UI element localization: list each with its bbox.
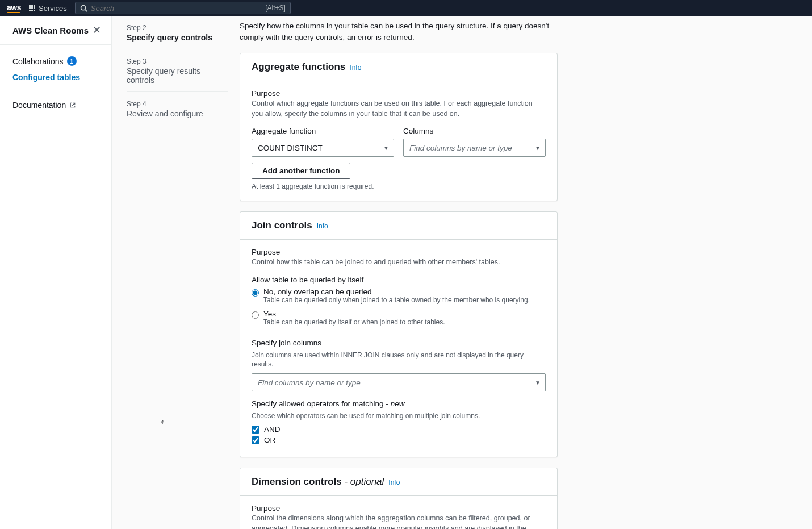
step-number: Step 4 [127,100,228,108]
close-icon[interactable]: ✕ [93,24,101,36]
sidebar-title: AWS Clean Rooms [12,26,89,35]
radio-label: No, only overlap can be queried [263,288,530,296]
select-value: COUNT DISTINCT [258,144,323,152]
step-number: Step 3 [127,57,228,65]
radio-input[interactable] [252,289,259,297]
select-placeholder: Find columns by name or type [258,378,361,387]
optional-tag: - optional [342,476,384,487]
panel-title-text: Dimension controls [252,476,342,487]
panel-title: Dimension controls - optional [252,476,384,488]
sidebar-item-documentation[interactable]: Documentation [0,97,111,113]
wizard-steps: Step 2 Specify query controls Step 3 Spe… [112,16,240,529]
step-number: Step 2 [127,24,228,32]
intro-text: Specify how the columns in your table ca… [240,16,558,53]
step-2[interactable]: Step 2 Specify query controls [127,16,228,49]
purpose-text: Control the dimensions along which the a… [252,514,546,529]
sidebar-item-label: Documentation [12,101,66,110]
purpose-label: Purpose [252,248,546,256]
panel-dimension-controls: Dimension controls - optional Info Purpo… [240,468,558,529]
main-content: Specify how the columns in your table ca… [240,16,812,529]
services-button[interactable]: Services [29,4,67,13]
operators-label-text: Specify allowed operators for matching - [252,399,391,408]
radio-label: Yes [263,310,445,318]
operators-label: Specify allowed operators for matching -… [252,399,546,408]
new-tag: new [391,399,405,408]
panel-header: Join controls Info [240,212,557,240]
join-columns-desc: Join columns are used within INNER JOIN … [252,351,546,369]
sidebar-item-collaborations[interactable]: Collaborations 1 [0,53,111,69]
sidebar-nav: Collaborations 1 Configured tables Docum… [0,45,111,121]
aws-logo[interactable]: aws [7,3,21,13]
join-columns-label: Specify join columns [252,339,546,347]
step-3[interactable]: Step 3 Specify query results controls [127,49,228,92]
purpose-label: Purpose [252,504,546,513]
step-title: Specify query controls [127,33,228,42]
services-label: Services [39,4,67,13]
search-input[interactable] [91,4,262,13]
external-link-icon [69,102,76,109]
global-search[interactable]: [Alt+S] [75,2,291,14]
radio-description: Table can be queried only when joined to… [263,296,530,304]
info-link[interactable]: Info [350,64,361,72]
sidebar: AWS Clean Rooms ✕ Collaborations 1 Confi… [0,16,112,529]
search-shortcut: [Alt+S] [265,4,286,12]
sidebar-item-label: Collaborations [12,57,64,66]
sidebar-item-configured-tables[interactable]: Configured tables [0,69,111,85]
chevron-down-icon: ▼ [383,145,389,151]
select-placeholder: Find columns by name or type [409,144,512,152]
columns-label: Columns [403,127,546,135]
panel-join-controls: Join controls Info Purpose Control how t… [240,211,558,457]
panel-title: Aggregate functions [252,61,345,73]
purpose-text: Control which aggregate functions can be… [252,99,546,119]
search-icon [80,5,87,12]
panel-header: Aggregate functions Info [240,53,557,81]
checkbox-input[interactable] [252,426,259,434]
aggregate-function-label: Aggregate function [252,127,394,135]
operators-desc: Choose which operators can be used for m… [252,411,546,420]
checkbox-and[interactable]: AND [252,425,546,434]
radio-description: Table can be queried by itself or when j… [263,318,445,326]
allow-query-label: Allow table to be queried by itself [252,276,546,284]
radio-input[interactable] [252,311,259,319]
grid-icon [29,5,35,11]
join-columns-select[interactable]: Find columns by name or type ▼ [252,373,546,391]
sidebar-header: AWS Clean Rooms ✕ [0,16,111,45]
panel-aggregate-functions: Aggregate functions Info Purpose Control… [240,53,558,201]
radio-yes[interactable]: Yes Table can be queried by itself or wh… [252,310,546,331]
chevron-down-icon: ▼ [535,145,541,151]
checkbox-or[interactable]: OR [252,436,546,444]
panel-header: Dimension controls - optional Info [240,468,557,496]
sidebar-item-label: Configured tables [12,73,80,82]
divider [12,91,99,91]
panel-title: Join controls [252,220,312,231]
checkbox-label: OR [264,436,275,444]
top-nav: aws Services [Alt+S] [0,0,812,16]
step-4[interactable]: Step 4 Review and configure [127,92,228,125]
aws-logo-text: aws [7,3,21,12]
step-title: Specify query results controls [127,66,228,85]
aggregate-hint: At least 1 aggregate function is require… [252,182,546,190]
aggregate-function-select[interactable]: COUNT DISTINCT ▼ [252,139,394,157]
svg-line-1 [85,9,87,11]
badge: 1 [67,56,77,66]
info-link[interactable]: Info [388,478,400,486]
aggregate-columns-select[interactable]: Find columns by name or type ▼ [403,139,546,157]
radio-no-overlap[interactable]: No, only overlap can be queried Table ca… [252,288,546,309]
chevron-down-icon: ▼ [535,380,541,386]
checkbox-input[interactable] [252,436,259,444]
purpose-text: Control how this table can be joined to … [252,257,546,268]
checkbox-label: AND [264,425,281,434]
add-another-function-button[interactable]: Add another function [252,163,350,179]
svg-point-0 [81,5,85,10]
purpose-label: Purpose [252,89,546,98]
info-link[interactable]: Info [317,222,328,230]
step-title: Review and configure [127,109,228,118]
